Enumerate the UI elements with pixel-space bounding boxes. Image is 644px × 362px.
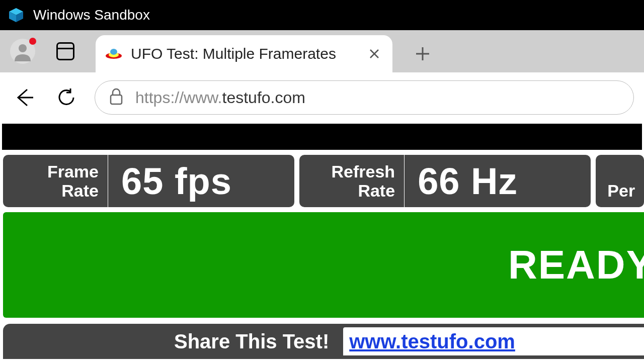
avatar-icon xyxy=(10,39,35,64)
share-link-box: www.testufo.com xyxy=(343,327,644,355)
refresh-rate-value: 66 Hz xyxy=(405,155,591,207)
pixels-per-label: Per xyxy=(596,155,644,207)
close-icon xyxy=(369,48,380,59)
refresh-rate-label: RefreshRate xyxy=(299,155,404,207)
url-scheme: https://www. xyxy=(135,88,222,107)
notification-dot-icon xyxy=(29,38,36,45)
svg-rect-12 xyxy=(111,95,122,104)
window-titlebar: Windows Sandbox xyxy=(0,0,644,30)
close-tab-button[interactable] xyxy=(366,46,382,62)
frame-rate-value: 65 fps xyxy=(108,155,294,207)
workspaces-button[interactable] xyxy=(45,30,86,72)
ready-banner: READY xyxy=(3,212,644,318)
share-label: Share This Test! xyxy=(3,330,343,353)
window-title: Windows Sandbox xyxy=(33,7,150,23)
share-row: Share This Test! www.testufo.com xyxy=(3,324,644,359)
sandbox-icon xyxy=(7,6,25,24)
back-arrow-icon xyxy=(13,86,35,109)
back-button[interactable] xyxy=(10,83,38,112)
frame-rate-label: FrameRate xyxy=(3,155,108,207)
refresh-rate-stat: RefreshRate 66 Hz xyxy=(299,155,591,207)
address-bar[interactable]: https://www.testufo.com xyxy=(95,80,634,115)
url-domain: testufo.com xyxy=(222,88,305,107)
lock-icon xyxy=(109,88,123,107)
black-header-band xyxy=(2,124,642,150)
svg-point-6 xyxy=(110,49,117,55)
profile-button[interactable] xyxy=(0,30,45,72)
tab-title: UFO Test: Multiple Framerates xyxy=(131,45,358,62)
stats-row: FrameRate 65 fps RefreshRate 66 Hz Per xyxy=(0,152,644,207)
tab-strip: UFO Test: Multiple Framerates xyxy=(0,30,644,72)
url-text: https://www.testufo.com xyxy=(135,88,305,107)
svg-point-3 xyxy=(19,44,27,52)
refresh-button[interactable] xyxy=(52,83,80,112)
ready-text: READY xyxy=(508,242,644,288)
pixels-per-stat: Per xyxy=(596,155,644,207)
refresh-icon xyxy=(56,87,76,108)
plus-icon xyxy=(415,46,430,61)
workspace-icon xyxy=(56,42,74,60)
page-content: FrameRate 65 fps RefreshRate 66 Hz Per R… xyxy=(0,124,644,359)
ufo-favicon-icon xyxy=(105,45,123,63)
new-tab-button[interactable] xyxy=(403,35,443,72)
share-link[interactable]: www.testufo.com xyxy=(349,330,515,353)
browser-toolbar: https://www.testufo.com xyxy=(0,72,644,123)
frame-rate-stat: FrameRate 65 fps xyxy=(3,155,294,207)
browser-tab[interactable]: UFO Test: Multiple Framerates xyxy=(96,35,392,72)
